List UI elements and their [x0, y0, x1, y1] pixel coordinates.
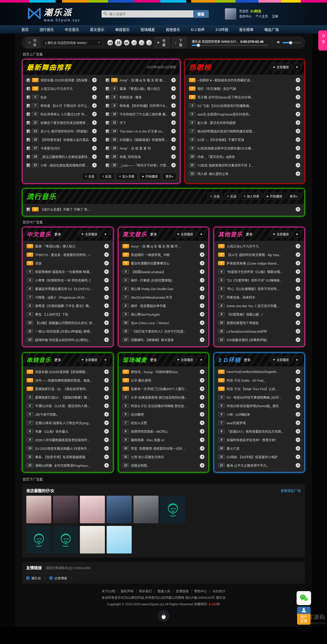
- song-row[interactable]: 6 J总今夜不回家。: [25, 410, 110, 419]
- song-row[interactable]: 3 如果有一天学校门口站着400个人要打...: [121, 385, 206, 393]
- song-row[interactable]: 10 我想在群里找个男朋友: [217, 319, 302, 327]
- add-icon[interactable]: [296, 303, 300, 308]
- song-title[interactable]: 给别人点赞: [131, 420, 198, 425]
- song-title[interactable]: Anoy° - 劲 爆 dj 车 载 无 限 循 环 ...: [131, 244, 198, 249]
- favorite-button[interactable]: ★收藏: [154, 37, 170, 48]
- song-row[interactable]: 8 我想带你回我家—MC阿心: [121, 427, 206, 436]
- play-all-button[interactable]: 全部播放: [175, 231, 196, 238]
- song-title[interactable]: 猫咪英雄 - Diss 舌癌 v2: [131, 437, 198, 442]
- playlist-button[interactable]: 列表: [26, 37, 40, 48]
- gallery-photo[interactable]: [80, 526, 105, 553]
- repeat-button[interactable]: ↻: [139, 40, 145, 46]
- pause-button[interactable]: [115, 39, 122, 46]
- add-icon[interactable]: [104, 252, 109, 257]
- song-title[interactable]: 平潭DJ大街 - DJ大街 - 想见你的人再...: [35, 403, 102, 408]
- add-icon[interactable]: [171, 95, 176, 100]
- add-icon[interactable]: [104, 395, 109, 400]
- volume-knob[interactable]: [289, 41, 292, 45]
- song-title[interactable]: Anoy° - 劲 爆 dj 车 载 无 限 循 ...: [120, 78, 169, 83]
- add-icon[interactable]: [200, 320, 205, 325]
- add-icon[interactable]: [171, 137, 176, 142]
- checkbox[interactable]: [27, 129, 30, 133]
- add-icon[interactable]: [171, 86, 176, 91]
- song-row[interactable]: 16 抖音最火《甜甜咸咸》你是微笑里...: [104, 135, 177, 144]
- add-all-button[interactable]: [294, 64, 300, 70]
- song-row[interactable]: 1 雲源-「粤语DJ版」情人知己: [25, 242, 110, 250]
- song-row[interactable]: 3 萨莱麦西来甫 (Cover Adiljan Mamit...: [217, 259, 302, 267]
- volume-slider[interactable]: [282, 42, 301, 43]
- add-icon[interactable]: [296, 244, 300, 249]
- song-title[interactable]: 赵小涣 - 夏日炎炎有你超甜: [197, 120, 294, 125]
- checkbox[interactable]: [106, 95, 109, 99]
- search-button[interactable]: 搜索: [193, 10, 209, 18]
- song-title[interactable]: 画轩 - 低音重鼓女神专属: [131, 303, 198, 308]
- song-title[interactable]: 雲源-「粤语DJ版」情人知己: [35, 244, 102, 249]
- song-row[interactable]: 9 南心唯SeeYouAgain: [121, 310, 206, 319]
- song-title[interactable]: 么宇-龍头使用: [131, 378, 198, 383]
- add-icon[interactable]: [296, 320, 300, 325]
- song-title[interactable]: 翔仔（中文弹鼓）告白气球: [197, 86, 294, 91]
- add-icon[interactable]: [200, 463, 205, 468]
- add-icon[interactable]: [200, 378, 205, 383]
- song-title[interactable]: 活该: [35, 261, 102, 266]
- gallery-link[interactable]: 查看嗨友广场: [281, 488, 301, 493]
- add-icon[interactable]: [296, 146, 300, 151]
- add-icon[interactable]: [104, 312, 109, 317]
- song-row[interactable]: 17 今夜星光闪闪: [25, 144, 98, 152]
- song-row[interactable]: 10 吉sir-Chica Loca（ Remix）: [121, 319, 206, 327]
- nav-item[interactable]: 3 D环绕: [210, 27, 234, 32]
- add-icon[interactable]: [92, 154, 97, 159]
- song-row[interactable]: 1 HaveYouEverBeenMellowSingleMi...: [217, 368, 302, 376]
- song-title[interactable]: 花子健-全中文Electro说了再见26分钟...: [197, 95, 294, 100]
- song-row[interactable]: 3 花子健-全中文Electro说了再见26分钟...: [188, 93, 302, 101]
- add-icon[interactable]: [104, 244, 109, 249]
- song-row[interactable]: 2 翔仔（中文弹鼓）告白气球: [188, 84, 302, 93]
- song-title[interactable]: 看海-让平凡之路变得不平凡。: [227, 463, 294, 468]
- checkbox[interactable]: [27, 95, 30, 99]
- add-icon[interactable]: [200, 454, 205, 459]
- more-button[interactable]: 更多»: [287, 193, 300, 200]
- invert-select-button[interactable]: 反选: [99, 173, 114, 180]
- song-row[interactable]: 9 萧宝-【上动中文】下坠: [25, 310, 110, 319]
- song-row[interactable]: 14 This time I m in the 打王者 Im...: [104, 127, 177, 135]
- add-icon[interactable]: [200, 429, 205, 434]
- song-title[interactable]: DJ琦妹-【4D环绕】低音轰炸小电驴: [227, 454, 294, 459]
- profile-link[interactable]: 个人主页: [256, 15, 268, 18]
- add-icon[interactable]: [200, 312, 205, 317]
- song-row[interactable]: 12 看海-让平凡之路变得不平凡。: [217, 461, 302, 470]
- song-row[interactable]: 4 【摇摆BawalLumabas】: [121, 267, 206, 276]
- song-title[interactable]: 奏枭 -【包房专用】私货新版越南鼓: [35, 454, 102, 459]
- add-icon[interactable]: [104, 369, 109, 374]
- song-row[interactable]: 4 雲源-「粤语DJ版」情人知己: [104, 84, 177, 93]
- search-input[interactable]: [102, 10, 193, 18]
- song-title[interactable]: 绝对好听精选抖音流行网络热播无损歌...: [197, 129, 294, 134]
- song-row[interactable]: 9 2026八月份最新越南混音老挝现场开...: [25, 436, 110, 444]
- song-row[interactable]: 3 活该: [25, 259, 110, 267]
- song-title[interactable]: DJ安 ---【中文电摇】不潮不花钱: [197, 137, 294, 142]
- song-row[interactable]: 10 最火亡徒: [217, 444, 302, 453]
- song-title[interactable]: 【DJ版】我踏遍山河想陪你白头自分, 好...: [35, 320, 102, 325]
- checkbox[interactable]: [106, 164, 109, 167]
- song-title[interactable]: 杨有道.【EA7】宁愿动手 也不让...: [40, 103, 90, 108]
- footer-link[interactable]: 歌曲入库: [157, 588, 176, 595]
- song-row[interactable]: 8 杨有道.【快手热播】问世界什么...: [104, 101, 177, 110]
- song-title[interactable]: 【谈什么恋爱】不聊了 不聊了 热...: [40, 207, 294, 212]
- song-title[interactable]: 廖效浓、Kozay - 中国有嘻哈Diss: [131, 369, 198, 374]
- song-row[interactable]: 6 迟点散吧: [121, 410, 206, 419]
- song-title[interactable]: 看遍这世界最后遇见你 DJ《ILOVEYO...: [35, 286, 102, 291]
- add-icon[interactable]: [104, 420, 109, 425]
- add-icon[interactable]: [296, 129, 300, 134]
- gallery-photo[interactable]: [133, 496, 158, 523]
- add-icon[interactable]: [296, 137, 300, 142]
- add-to-list-button[interactable]: 加入列表: [241, 193, 262, 200]
- song-title[interactable]: 百酷哪吒-【弹弹弹】原乡孤身: [131, 337, 198, 342]
- progress-knob[interactable]: [197, 44, 200, 47]
- checkbox[interactable]: [27, 104, 30, 108]
- gallery-photo[interactable]: [80, 496, 105, 523]
- song-row[interactable]: 12 天下: [104, 118, 177, 127]
- song-row[interactable]: 4 夏嫦独家打造DJ - 《孤独的晚餐》精...: [25, 393, 110, 402]
- invert-select-button[interactable]: 反选: [224, 193, 239, 200]
- add-all-button[interactable]: [102, 231, 109, 237]
- song-title[interactable]: 萨莱麦西来甫 (Cover Adiljan Mamit...: [227, 261, 294, 266]
- song-title[interactable]: StiuCEstiAlMeuKamelia-外文: [131, 295, 198, 300]
